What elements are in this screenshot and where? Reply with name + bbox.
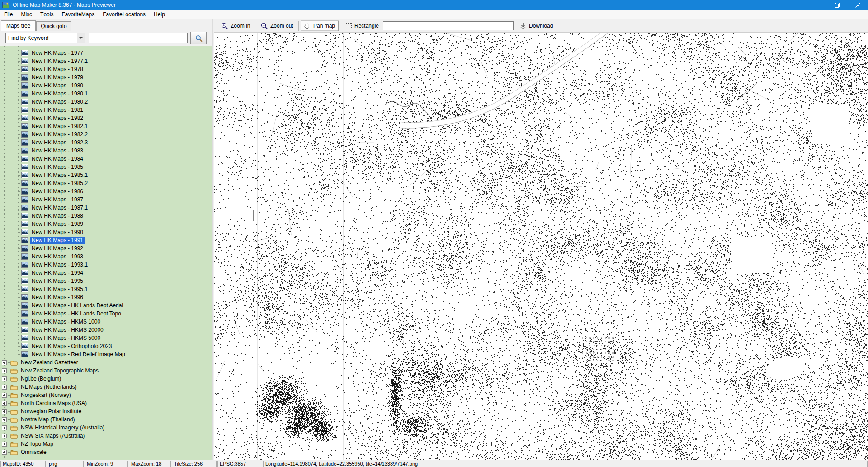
- tree-item[interactable]: Norgeskart (Norway): [0, 391, 212, 399]
- keyword-combo-value: Find by Keyword: [8, 35, 48, 41]
- tree-item[interactable]: New HK Maps - 1985.1: [0, 171, 212, 179]
- tree-item[interactable]: New HK Maps - 1996: [0, 293, 212, 301]
- tree-item[interactable]: New HK Maps - 1993.1: [0, 261, 212, 269]
- tree-item[interactable]: New HK Maps - 1981: [0, 106, 212, 114]
- tree-item-label: New HK Maps - 1992: [30, 245, 85, 253]
- tree-item[interactable]: New HK Maps - 1991: [0, 236, 212, 244]
- tree-item[interactable]: New HK Maps - 1982.3: [0, 138, 212, 147]
- tree-item[interactable]: New HK Maps - 1985: [0, 163, 212, 171]
- tree-item[interactable]: New HK Maps - 1980.2: [0, 98, 212, 106]
- pan-map-button[interactable]: Pan map: [301, 20, 339, 31]
- tree-item[interactable]: New HK Maps - 1979: [0, 73, 212, 81]
- tree-item-label: New HK Maps - 1987.1: [30, 204, 90, 212]
- rectangle-button[interactable]: Rectangle: [342, 21, 382, 31]
- tree-item[interactable]: New HK Maps - 1987: [0, 195, 212, 204]
- tree-item[interactable]: New HK Maps - HKMS 5000: [0, 334, 212, 342]
- tree-item[interactable]: Omniscale: [0, 448, 212, 456]
- tree-item[interactable]: New HK Maps - 1977: [0, 49, 212, 57]
- tree-item[interactable]: Nostra Map (Thailand): [0, 415, 212, 424]
- tree-item[interactable]: Norwegian Polar Institute: [0, 407, 212, 415]
- minimize-button[interactable]: [806, 0, 826, 10]
- tree-item[interactable]: New HK Maps - Orthophoto 2023: [0, 342, 212, 350]
- expand-plus-icon[interactable]: [2, 450, 7, 455]
- expand-plus-icon[interactable]: [2, 417, 7, 422]
- tree-item[interactable]: NSW SIX Maps (Australia): [0, 432, 212, 440]
- expand-plus-icon[interactable]: [2, 425, 7, 430]
- map-canvas[interactable]: [214, 33, 868, 460]
- menu-tools[interactable]: Tools: [36, 10, 57, 19]
- expand-plus-icon[interactable]: [2, 360, 7, 365]
- expand-plus-icon[interactable]: [2, 393, 7, 398]
- menu-help[interactable]: Help: [150, 10, 169, 19]
- tree-item[interactable]: New HK Maps - HKMS 1000: [0, 318, 212, 326]
- tree-item[interactable]: New HK Maps - 1978: [0, 65, 212, 73]
- tree-scrollbar-thumb[interactable]: [208, 278, 208, 367]
- tree-item[interactable]: North Carolina Maps (USA): [0, 399, 212, 407]
- tree-item[interactable]: New HK Maps - 1992: [0, 244, 212, 253]
- tree-item[interactable]: New HK Maps - 1994: [0, 269, 212, 277]
- tree-item[interactable]: NZ Topo Map: [0, 440, 212, 448]
- tree-item[interactable]: New HK Maps - 1993: [0, 253, 212, 261]
- search-button[interactable]: [190, 32, 207, 44]
- combo-dropdown-button[interactable]: [77, 33, 85, 43]
- expand-plus-icon[interactable]: [2, 442, 7, 447]
- tree-item[interactable]: NSW Historical Imagery (Australia): [0, 424, 212, 432]
- menu-favoritemaps[interactable]: FavoriteMaps: [57, 10, 99, 19]
- map-image-icon: [21, 229, 28, 235]
- tab-maps-tree[interactable]: Maps tree: [1, 20, 36, 31]
- map-image-icon: [21, 91, 28, 97]
- folder-icon: [10, 409, 18, 415]
- tree-item[interactable]: New HK Maps - 1980: [0, 81, 212, 90]
- tree-item[interactable]: New HK Maps - 1995.1: [0, 285, 212, 293]
- zoom-in-button[interactable]: Zoom in: [217, 20, 254, 31]
- tree-item[interactable]: NL Maps (Netherlands): [0, 383, 212, 391]
- tree-item[interactable]: New HK Maps - 1990: [0, 228, 212, 236]
- tree-item[interactable]: New HK Maps - 1985.2: [0, 179, 212, 187]
- map-viewport[interactable]: [214, 33, 868, 460]
- tree-item[interactable]: New HK Maps - 1982.2: [0, 130, 212, 138]
- tree-item[interactable]: New HK Maps - 1982: [0, 114, 212, 122]
- tree-item[interactable]: New HK Maps - 1987.1: [0, 204, 212, 212]
- menu-favoritelocations[interactable]: FavoriteLocations: [99, 10, 150, 19]
- tree-item[interactable]: New Zealand Gazetteer: [0, 358, 212, 367]
- tree-item[interactable]: Ngi.be (Belgium): [0, 375, 212, 383]
- expand-plus-icon[interactable]: [2, 401, 7, 406]
- tree-item-label: New HK Maps - 1988: [30, 212, 85, 220]
- tree-item[interactable]: New HK Maps - 1988: [0, 212, 212, 220]
- expand-plus-icon[interactable]: [2, 376, 7, 381]
- tree-item[interactable]: New HK Maps - 1980.1: [0, 90, 212, 98]
- tree-item[interactable]: New HK Maps - 1983: [0, 147, 212, 155]
- tree-item[interactable]: New HK Maps - 1986: [0, 187, 212, 195]
- tree-item[interactable]: New HK Maps - 1982.1: [0, 122, 212, 130]
- expand-plus-icon[interactable]: [2, 385, 7, 390]
- search-input[interactable]: [89, 33, 188, 43]
- tree-item-label: NZ Topo Map: [19, 440, 55, 448]
- menu-file[interactable]: File: [0, 10, 17, 19]
- tree-item[interactable]: New HK Maps - 1984: [0, 155, 212, 163]
- expand-plus-icon[interactable]: [2, 434, 7, 438]
- expand-plus-icon[interactable]: [2, 368, 7, 373]
- tree-item[interactable]: New Zealand Topographic Maps: [0, 367, 212, 375]
- download-button[interactable]: Download: [516, 21, 557, 31]
- tree-item[interactable]: New HK Maps - 1977.1: [0, 57, 212, 65]
- zoom-in-icon: [221, 22, 228, 29]
- tree-item[interactable]: New HK Maps - HK Lands Dept Aerial: [0, 301, 212, 310]
- close-button[interactable]: [847, 0, 868, 10]
- tree-item-label: New HK Maps - 1982.3: [30, 139, 90, 147]
- coordinates-input[interactable]: [383, 21, 514, 30]
- maximize-button[interactable]: [826, 0, 847, 10]
- tree-connector: [18, 61, 21, 62]
- tree-item[interactable]: New HK Maps - HK Lands Dept Topo: [0, 310, 212, 318]
- keyword-combo[interactable]: Find by Keyword: [5, 33, 85, 43]
- tree-item[interactable]: New HK Maps - Red Relief Image Map: [0, 350, 212, 358]
- map-image-icon: [21, 50, 28, 56]
- expand-plus-icon[interactable]: [2, 409, 7, 414]
- tree-item[interactable]: New HK Maps - HKMS 20000: [0, 326, 212, 334]
- tree-item[interactable]: New HK Maps - 1989: [0, 220, 212, 228]
- tab-quick-goto[interactable]: Quick goto: [36, 21, 71, 31]
- zoom-out-button[interactable]: Zoom out: [257, 20, 297, 31]
- tree-connector: [18, 175, 21, 176]
- tree-item[interactable]: New HK Maps - 1995: [0, 277, 212, 285]
- menu-misc[interactable]: Misc: [17, 10, 36, 19]
- chevron-down-icon: [79, 37, 83, 39]
